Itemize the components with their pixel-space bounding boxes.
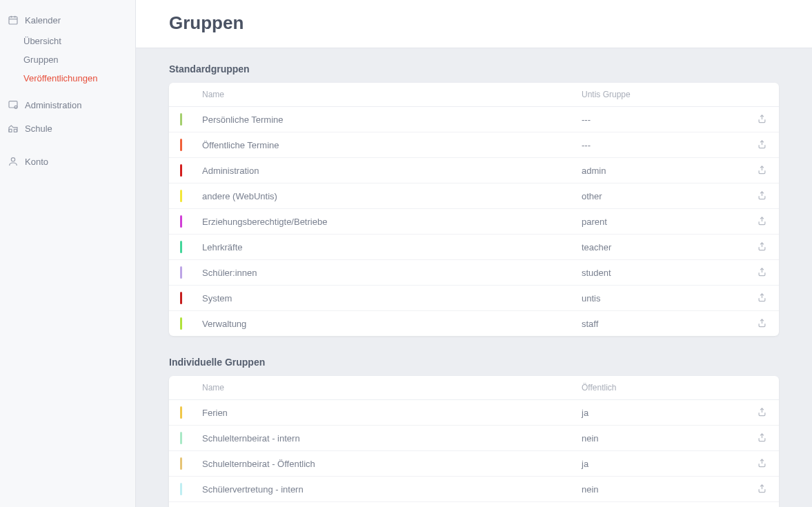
- row-name: Ferien: [202, 408, 582, 418]
- sidebar-subitem-uebersicht[interactable]: Übersicht: [23, 32, 135, 50]
- color-indicator: [180, 432, 202, 444]
- row-name: Schulelternbeirat - Öffentlich: [202, 459, 582, 469]
- col-header-name: Name: [202, 383, 582, 392]
- export-icon[interactable]: [757, 190, 768, 201]
- export-icon[interactable]: [757, 484, 768, 495]
- color-indicator: [180, 241, 202, 253]
- sidebar: Kalender Übersicht Gruppen Veröffentlich…: [0, 0, 136, 507]
- export-icon[interactable]: [757, 114, 768, 125]
- color-indicator: [180, 292, 202, 304]
- row-value: staff: [582, 319, 740, 329]
- row-value: nein: [582, 433, 740, 444]
- table-row[interactable]: Schülervertretung - öffentlichja: [169, 502, 779, 507]
- export-icon[interactable]: [757, 165, 768, 176]
- sidebar-item-schule[interactable]: Schule: [0, 117, 135, 140]
- svg-rect-4: [9, 101, 17, 108]
- school-icon: [7, 122, 19, 135]
- svg-point-8: [11, 158, 14, 161]
- col-header-oeffentlich: Öffentlich: [582, 383, 740, 392]
- table-row[interactable]: Erziehungsberechtigte/Betriebeparent: [169, 209, 779, 235]
- row-value: untis: [582, 293, 740, 304]
- export-icon[interactable]: [757, 433, 768, 444]
- table-row[interactable]: Schulelternbeirat - internnein: [169, 426, 779, 451]
- sidebar-item-administration[interactable]: Administration: [0, 93, 135, 117]
- row-name: Schüler:innen: [202, 268, 582, 278]
- row-name: Administration: [202, 166, 582, 176]
- sidebar-item-label: Administration: [25, 100, 81, 110]
- sidebar-item-kalender[interactable]: Kalender: [0, 8, 135, 32]
- row-value: parent: [582, 217, 740, 227]
- row-value: other: [582, 191, 740, 201]
- export-icon[interactable]: [757, 216, 768, 227]
- color-indicator: [180, 215, 202, 228]
- export-icon[interactable]: [757, 267, 768, 278]
- table-row[interactable]: Lehrkräfteteacher: [169, 235, 779, 260]
- sidebar-item-label: Konto: [25, 157, 48, 167]
- color-indicator: [180, 317, 202, 330]
- calendar-icon: [7, 14, 19, 26]
- export-icon[interactable]: [757, 241, 768, 252]
- table-row[interactable]: Ferienja: [169, 400, 779, 426]
- table-row[interactable]: Verwaltungstaff: [169, 311, 779, 336]
- color-indicator: [180, 266, 202, 279]
- content: Standardgruppen Name Untis Gruppe Persön…: [136, 48, 812, 507]
- sidebar-item-konto[interactable]: Konto: [0, 150, 135, 173]
- row-value: ---: [582, 115, 740, 125]
- row-value: teacher: [582, 242, 740, 252]
- export-icon[interactable]: [757, 318, 768, 329]
- sidebar-subitems-kalender: Übersicht Gruppen Veröffentlichungen: [0, 32, 135, 88]
- table-header: Name Untis Gruppe: [169, 83, 779, 107]
- sidebar-subitem-gruppen[interactable]: Gruppen: [23, 50, 135, 69]
- row-name: Schulelternbeirat - intern: [202, 433, 582, 444]
- row-value: admin: [582, 166, 740, 176]
- row-value: student: [582, 268, 740, 278]
- sidebar-item-label: Kalender: [25, 15, 61, 26]
- color-indicator: [180, 190, 202, 202]
- table-row[interactable]: andere (WebUntis)other: [169, 183, 779, 209]
- row-name: System: [202, 293, 582, 304]
- table-row[interactable]: Systemuntis: [169, 286, 779, 311]
- color-indicator: [180, 164, 202, 177]
- color-indicator: [180, 457, 202, 470]
- table-row[interactable]: Schüler:innenstudent: [169, 260, 779, 286]
- col-header-name: Name: [202, 90, 582, 99]
- table-row[interactable]: Schulelternbeirat - Öffentlichja: [169, 451, 779, 477]
- row-name: Lehrkräfte: [202, 242, 582, 252]
- row-name: andere (WebUntis): [202, 191, 582, 201]
- admin-icon: [7, 99, 19, 111]
- export-icon[interactable]: [757, 292, 768, 304]
- section-title-individual: Individuelle Gruppen: [169, 357, 779, 368]
- row-value: ja: [582, 459, 740, 469]
- table-header: Name Öffentlich: [169, 376, 779, 400]
- table-row[interactable]: Öffentliche Termine---: [169, 132, 779, 158]
- svg-rect-6: [9, 129, 12, 132]
- color-indicator: [180, 406, 202, 419]
- sidebar-subitem-veroeffentlichungen[interactable]: Veröffentlichungen: [23, 69, 135, 88]
- page-title: Gruppen: [169, 12, 779, 34]
- export-icon[interactable]: [757, 407, 768, 418]
- table-row[interactable]: Persönliche Termine---: [169, 107, 779, 132]
- row-name: Erziehungsberechtigte/Betriebe: [202, 217, 582, 227]
- row-name: Öffentliche Termine: [202, 140, 582, 150]
- row-value: ---: [582, 140, 740, 150]
- export-icon[interactable]: [757, 139, 768, 150]
- color-indicator: [180, 139, 202, 151]
- svg-rect-7: [14, 129, 17, 132]
- row-value: ja: [582, 408, 740, 418]
- row-name: Persönliche Termine: [202, 115, 582, 125]
- row-value: nein: [582, 484, 740, 495]
- export-icon[interactable]: [757, 458, 768, 469]
- row-name: Schülervertretung - intern: [202, 484, 582, 495]
- individual-groups-card: Name Öffentlich FerienjaSchulelternbeira…: [169, 376, 779, 507]
- account-icon: [7, 155, 19, 168]
- main-content: Gruppen Standardgruppen Name Untis Grupp…: [136, 0, 812, 507]
- sidebar-item-label: Schule: [25, 123, 52, 134]
- col-header-untisgruppe: Untis Gruppe: [582, 90, 740, 99]
- table-row[interactable]: Schülervertretung - internnein: [169, 477, 779, 502]
- table-row[interactable]: Administrationadmin: [169, 158, 779, 183]
- section-title-standard: Standardgruppen: [169, 63, 779, 74]
- color-indicator: [180, 113, 202, 126]
- svg-rect-0: [9, 17, 17, 24]
- color-indicator: [180, 483, 202, 495]
- row-name: Verwaltung: [202, 319, 582, 329]
